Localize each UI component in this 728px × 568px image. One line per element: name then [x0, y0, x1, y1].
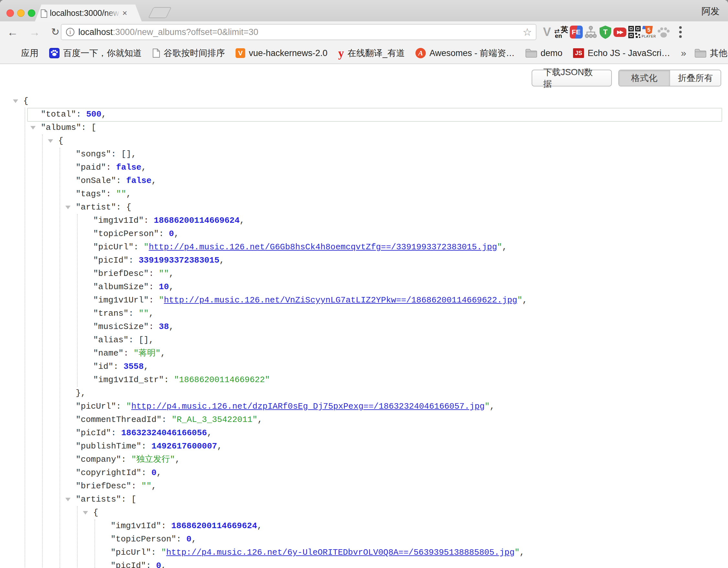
json-row: "img1v1Id": 18686200114669624,: [0, 214, 728, 227]
bookmark-label: demo: [541, 48, 563, 58]
close-window-button[interactable]: [6, 9, 14, 17]
json-row: "img1v1Id_str": "18686200114669622": [0, 373, 728, 387]
json-row: "artist": {: [0, 201, 728, 214]
html5-player-icon[interactable]: 5PLAYER: [642, 25, 656, 39]
bookmark-label: Awesomes - 前端资…: [429, 47, 515, 59]
bookmarks-list: 应用百度一下，你就知道谷歌按时间排序Vvue-hackernews-2.0y在线…: [8, 47, 681, 59]
tampermonkey-shield-icon[interactable]: T: [598, 25, 612, 39]
qr-code-icon[interactable]: [627, 25, 642, 39]
fe-toolkit-icon[interactable]: FE: [569, 25, 583, 39]
tab-close-icon[interactable]: ×: [122, 9, 127, 17]
browser-menu-icon[interactable]: [679, 31, 682, 33]
download-json-button[interactable]: 下载JSON数据: [532, 70, 612, 86]
json-row: "briefDesc": "",: [0, 480, 728, 493]
json-row: "trans": "",: [0, 307, 728, 320]
view-mode-segmented-control: 格式化 折叠所有: [618, 70, 721, 86]
minimize-window-button[interactable]: [17, 9, 25, 17]
indent-guide: [94, 519, 95, 568]
folder-icon: [525, 49, 537, 58]
page-info-icon[interactable]: i: [66, 28, 74, 36]
page-icon: [152, 48, 160, 58]
json-row: "commentThreadId": "R_AL_3_35422011",: [0, 413, 728, 427]
bookmark-item[interactable]: AAwesomes - 前端资…: [415, 47, 515, 59]
collapse-all-button[interactable]: 折叠所有: [669, 70, 721, 86]
json-row: "img1v1Id": 18686200114669624,: [0, 519, 728, 533]
bookmark-item[interactable]: Vvue-hackernews-2.0: [236, 48, 327, 58]
browser-tab[interactable]: localhost:3000/new_albums?o ×: [35, 5, 142, 21]
json-row: "paid": false,: [0, 161, 728, 174]
bookmark-label: 百度一下，你就知道: [63, 47, 142, 59]
echojs-icon: JS: [573, 48, 584, 58]
bookmark-item[interactable]: JSEcho JS - JavaScri…: [573, 48, 670, 58]
translate-icon[interactable]: 英en⇄: [554, 25, 569, 39]
collapse-triangle-icon[interactable]: [65, 498, 71, 501]
fullscreen-window-button[interactable]: [28, 9, 35, 17]
bookmark-item[interactable]: y在线翻译_有道: [338, 47, 405, 59]
format-button[interactable]: 格式化: [619, 70, 669, 86]
reload-button[interactable]: ↻: [51, 25, 60, 39]
indent-guide: [42, 134, 43, 568]
bookmark-item[interactable]: 应用: [8, 47, 39, 59]
sitemap-icon[interactable]: [583, 25, 598, 39]
json-link[interactable]: http://p4.music.126.net/6y-UleORITEDbvrO…: [166, 548, 515, 557]
collapse-triangle-icon[interactable]: [30, 126, 36, 129]
url-text: localhost:3000/new_albums?offset=0&limit…: [78, 27, 519, 37]
json-row: {: [0, 95, 728, 108]
url-bar[interactable]: i localhost:3000/new_albums?offset=0&lim…: [61, 24, 536, 40]
row-highlight-box: [27, 108, 722, 122]
collapse-triangle-icon[interactable]: [13, 99, 18, 103]
json-row: "albumSize": 10,: [0, 280, 728, 294]
json-row: "picId": 0,: [0, 559, 728, 568]
collapse-triangle-icon[interactable]: [48, 139, 53, 143]
json-row: "company": "独立发行",: [0, 453, 728, 466]
json-row: "picUrl": "http://p4.music.126.net/G6Gb8…: [0, 240, 728, 254]
json-row: "id": 3558,: [0, 360, 728, 373]
svg-text:T: T: [603, 28, 608, 36]
apps-grid-icon: [8, 48, 17, 58]
json-link[interactable]: http://p4.music.126.net/dzpIARf0sEg_Dj75…: [131, 402, 485, 411]
json-row: "total": 500,: [0, 108, 728, 121]
bookmarks-bar: 应用百度一下，你就知道谷歌按时间排序Vvue-hackernews-2.0y在线…: [0, 43, 728, 64]
bookmark-label: vue-hackernews-2.0: [249, 48, 327, 58]
json-viewer-page: 下载JSON数据 格式化 折叠所有 {"total": 500,"albums"…: [0, 65, 728, 568]
json-row: "picUrl": "http://p4.music.126.net/6y-Ul…: [0, 546, 728, 559]
tab-strip: localhost:3000/new_albums?o × 阿发: [0, 0, 728, 21]
bookmark-label: 在线翻译_有道: [347, 47, 405, 59]
back-button[interactable]: ←: [7, 25, 18, 39]
video-downloader-icon[interactable]: ▶▶: [612, 25, 627, 39]
json-link[interactable]: http://p4.music.126.net/VnZiScyynLG7atLI…: [164, 295, 517, 305]
json-row: "picUrl": "http://p4.music.126.net/dzpIA…: [0, 400, 728, 413]
json-row: "artists": [: [0, 493, 728, 506]
paw-icon[interactable]: [656, 25, 671, 39]
bookmark-item[interactable]: 谷歌按时间排序: [152, 47, 225, 59]
bookmark-item[interactable]: 百度一下，你就知道: [49, 47, 142, 59]
json-row: "briefDesc": "",: [0, 267, 728, 280]
json-row: "topicPerson": 0,: [0, 227, 728, 240]
forward-button: →: [29, 25, 40, 39]
browser-toolbar: ← → ↻ i localhost:3000/new_albums?offset…: [0, 21, 728, 43]
json-row: "picId": 3391993372383015,: [0, 254, 728, 267]
bookmark-star-icon[interactable]: ☆: [523, 26, 532, 38]
new-tab-button[interactable]: [148, 7, 172, 18]
bookmark-label: 谷歌按时间排序: [164, 47, 225, 59]
json-row: "albums": [: [0, 121, 728, 134]
collapse-triangle-icon[interactable]: [65, 206, 71, 209]
collapse-triangle-icon[interactable]: [83, 511, 88, 515]
json-link[interactable]: http://p4.music.126.net/G6Gb8hsCk4h8oemc…: [149, 242, 497, 252]
indent-guide: [77, 214, 78, 387]
viewer-controls: 下载JSON数据 格式化 折叠所有: [532, 70, 721, 86]
bookmarks-overflow-chevron[interactable]: »: [681, 48, 686, 59]
json-row: "picId": 18632324046166056,: [0, 427, 728, 440]
json-tree: {"total": 500,"albums": [{"songs": [],"p…: [0, 95, 728, 568]
profile-name[interactable]: 阿发: [701, 5, 720, 17]
indent-guide: [77, 506, 78, 568]
awesomes-icon: A: [415, 48, 426, 58]
json-row: "alias": [],: [0, 334, 728, 347]
json-row: "publishTime": 1492617600007,: [0, 440, 728, 453]
baidu-paw-icon: [49, 48, 60, 58]
other-bookmarks-folder[interactable]: 其他书签: [695, 47, 728, 59]
json-row: {: [0, 506, 728, 519]
bookmark-item[interactable]: demo: [525, 48, 563, 58]
vue-devtools-icon[interactable]: V: [540, 25, 554, 39]
json-row: "onSale": false,: [0, 174, 728, 187]
